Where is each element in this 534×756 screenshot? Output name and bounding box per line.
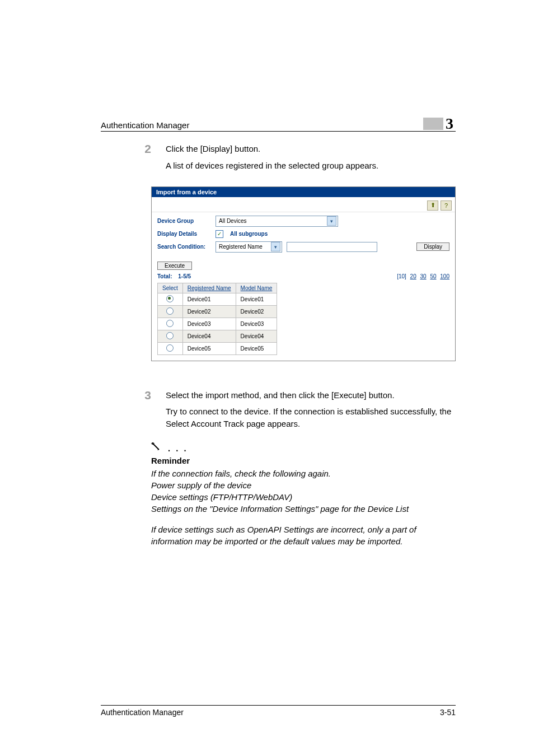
reminder-line: If the connection fails, check the follo… [151, 468, 456, 479]
execute-button[interactable]: Execute [157, 262, 192, 270]
table-row: Device02 Device02 [158, 305, 277, 318]
reminder-line: Device settings (FTP/HTTP/WebDAV) [151, 491, 456, 503]
row-radio[interactable] [166, 307, 174, 315]
pager-current: [10] [397, 273, 406, 279]
step-2-number: 2 [101, 143, 166, 176]
row-model: Device05 [236, 342, 277, 354]
reminder-line: If device settings such as OpenAPI Setti… [151, 524, 456, 547]
search-condition-select[interactable]: Registered Name ▾ [216, 241, 282, 253]
search-input[interactable] [287, 242, 377, 252]
search-condition-value: Registered Name [219, 244, 263, 250]
reminder-line: Power supply of the device [151, 479, 456, 491]
row-model: Device04 [236, 330, 277, 342]
device-group-label: Device Group [157, 218, 211, 224]
page-header-title: Authentication Manager [101, 120, 189, 130]
reminder-heading: Reminder [151, 456, 456, 465]
table-row: Device04 Device04 [158, 330, 277, 342]
help-icon[interactable]: ? [441, 200, 452, 211]
import-from-device-panel: Import from a device ⬆ ? Device Group Al… [151, 186, 456, 361]
step-2-line-2: A list of devices registered in the sele… [166, 160, 456, 172]
step-3-number: 3 [101, 389, 166, 435]
pager-30[interactable]: 30 [420, 273, 427, 279]
row-reg: Device01 [182, 293, 236, 305]
row-reg: Device04 [182, 330, 236, 342]
device-group-select[interactable]: All Devices ▾ [216, 216, 338, 227]
device-table: Select Registered Name Model Name Device… [157, 283, 277, 355]
pager-100[interactable]: 100 [440, 273, 449, 279]
pager: [10] 20 30 50 100 [397, 273, 449, 279]
display-button[interactable]: Display [416, 242, 449, 251]
all-subgroups-label: All subgroups [230, 231, 268, 237]
chevron-down-icon: ▾ [271, 242, 280, 251]
col-select: Select [158, 283, 183, 293]
chevron-down-icon: ▾ [327, 216, 336, 226]
chapter-number: 3 [443, 118, 456, 130]
table-row: Device01 Device01 [158, 293, 277, 305]
row-radio[interactable] [166, 344, 174, 352]
row-radio[interactable] [166, 320, 174, 327]
footer-left: Authentication Manager [101, 708, 184, 717]
row-radio[interactable] [166, 332, 174, 339]
row-model: Device03 [236, 318, 277, 330]
row-reg: Device02 [182, 305, 236, 318]
step-3-line-2: Try to connect to the device. If the con… [166, 405, 456, 430]
up-icon[interactable]: ⬆ [427, 200, 438, 211]
device-group-value: All Devices [219, 218, 246, 224]
total-label: Total: [157, 273, 172, 279]
note-icon [151, 442, 163, 453]
row-radio[interactable] [166, 295, 174, 302]
reminder-line: Settings on the "Device Information Sett… [151, 503, 456, 515]
chapter-badge: 3 [423, 118, 456, 130]
step-2-line-1: Click the [Display] button. [166, 143, 456, 155]
ellipsis-icon: . . . [163, 440, 188, 454]
search-condition-label: Search Condition: [157, 244, 211, 250]
pager-50[interactable]: 50 [430, 273, 436, 279]
row-reg: Device03 [182, 318, 236, 330]
row-reg: Device05 [182, 342, 236, 354]
panel-titlebar: Import from a device [152, 187, 455, 197]
col-registered-name[interactable]: Registered Name [188, 285, 231, 291]
table-row: Device03 Device03 [158, 318, 277, 330]
display-details-label: Display Details [157, 231, 211, 237]
total-value: 1-5/5 [178, 273, 191, 279]
pager-20[interactable]: 20 [410, 273, 416, 279]
table-row: Device05 Device05 [158, 342, 277, 354]
all-subgroups-checkbox[interactable]: ✓ [216, 230, 223, 238]
footer-right: 3-51 [440, 708, 456, 717]
row-model: Device01 [236, 293, 277, 305]
step-3-line-1: Select the import method, and then click… [166, 389, 456, 402]
row-model: Device02 [236, 305, 277, 318]
col-model-name[interactable]: Model Name [241, 285, 273, 291]
